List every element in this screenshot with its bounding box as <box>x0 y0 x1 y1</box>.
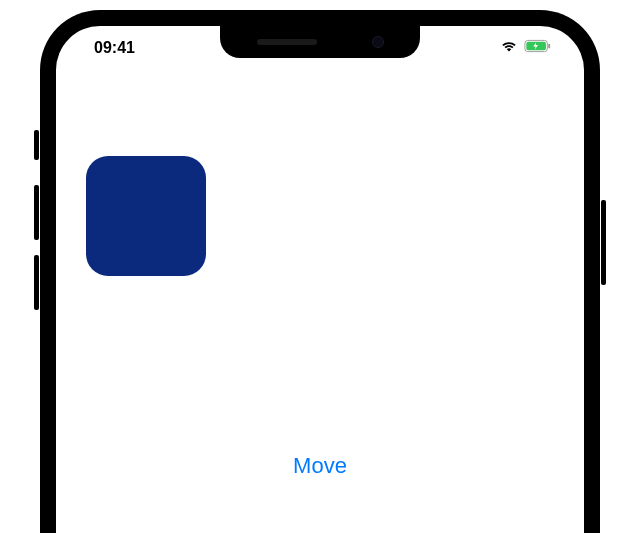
phone-speaker <box>257 39 317 45</box>
phone-power-button <box>601 200 606 285</box>
move-button[interactable]: Move <box>277 445 363 487</box>
animated-square <box>86 156 206 276</box>
app-content: Move <box>56 70 584 533</box>
status-icons <box>500 39 552 57</box>
phone-frame-inner: 09:41 <box>46 16 594 533</box>
phone-volume-down <box>34 255 39 310</box>
phone-camera <box>372 36 384 48</box>
phone-frame: 09:41 <box>40 10 600 533</box>
battery-charging-icon <box>524 39 552 57</box>
svg-rect-2 <box>548 44 550 49</box>
phone-silence-switch <box>34 130 39 160</box>
status-time: 09:41 <box>94 39 135 57</box>
wifi-icon <box>500 39 518 57</box>
phone-notch <box>220 26 420 58</box>
phone-screen: 09:41 <box>56 26 584 533</box>
phone-volume-up <box>34 185 39 240</box>
